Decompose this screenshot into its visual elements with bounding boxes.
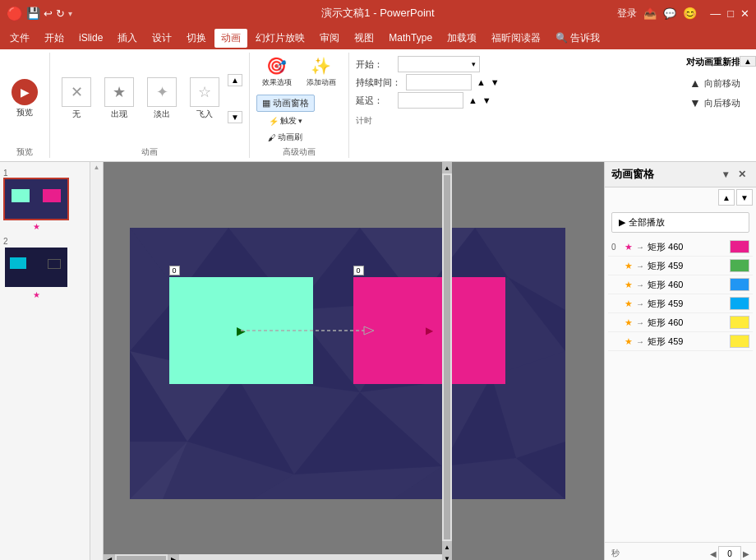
anim-fly-icon: ☆: [190, 77, 219, 107]
start-dropdown-arrow: ▾: [472, 60, 476, 68]
anim-item-1[interactable]: ★ → 矩形 459: [608, 257, 753, 275]
anim-arrow-4: →: [636, 318, 644, 327]
menu-islide[interactable]: iSlide: [72, 30, 109, 46]
duration-input[interactable]: [406, 74, 472, 90]
menu-review[interactable]: 审阅: [313, 29, 346, 48]
ruler-arrow-up[interactable]: ▲: [94, 164, 100, 171]
move-earlier-button[interactable]: ▲ 向前移动: [686, 75, 749, 91]
menu-transition[interactable]: 切换: [180, 29, 213, 48]
menu-foxit[interactable]: 福昕阅读器: [485, 29, 547, 48]
anim-scroll-down[interactable]: ▼: [228, 111, 242, 123]
anim-pane-settings[interactable]: ▾: [718, 167, 733, 182]
ribbon-collapse-button[interactable]: ▲: [740, 56, 756, 67]
anim-item-0[interactable]: 0 ★ → 矩形 460: [608, 238, 753, 257]
anim-item-2[interactable]: ★ → 矩形 460: [608, 275, 753, 294]
close-button[interactable]: ✕: [740, 7, 749, 20]
main-area: 1 ★ 2: [0, 162, 756, 560]
login-button[interactable]: 登录: [617, 7, 637, 21]
menu-file[interactable]: 文件: [3, 29, 36, 48]
timing-value-section: ◀ ▶: [710, 546, 749, 560]
menu-view[interactable]: 视图: [348, 29, 380, 48]
shape-pink[interactable]: 0 ▶: [353, 277, 505, 384]
svg-marker-9: [237, 376, 360, 474]
add-animation-icon: ✨: [311, 56, 331, 76]
vscroll-up[interactable]: ▲: [442, 162, 452, 174]
minimize-button[interactable]: —: [710, 7, 721, 20]
anim-item-5[interactable]: ★ → 矩形 459: [608, 332, 753, 351]
ribbon-group-timing: 开始： ▾ 持续时间： ▲ ▼ 延迟： ▲ ▼ 计时: [349, 53, 680, 158]
anim-item-3[interactable]: ★ → 矩形 459: [608, 294, 753, 313]
move-later-button[interactable]: ▼ 向后移动: [686, 95, 749, 111]
ribbon-group-animation: ✕ 无 ★ 出现 ✦ 淡出 ☆ 飞入 ▲ ▼: [50, 53, 250, 158]
undo-icon[interactable]: ↩: [44, 7, 53, 20]
timing-group-label: 计时: [356, 113, 673, 127]
canvas-vscroll[interactable]: ▲ ▲ ▼: [442, 162, 452, 560]
menu-insert[interactable]: 插入: [111, 29, 144, 48]
anim-pane-button[interactable]: ▦ 动画窗格: [256, 95, 315, 112]
anim-scroll-up[interactable]: ▲: [228, 74, 242, 86]
app-icon: 🔴: [7, 6, 23, 21]
anim-item-4[interactable]: ★ → 矩形 460: [608, 313, 753, 332]
s2-cyan: [10, 257, 26, 269]
anim-fly-button[interactable]: ☆ 飞入: [185, 74, 224, 123]
play-arrow-pink[interactable]: ▶: [426, 325, 433, 336]
vscroll-down-btm[interactable]: ▼: [442, 553, 452, 560]
redo-icon[interactable]: ↻: [56, 7, 65, 20]
timing-arrow-left[interactable]: ◀: [710, 549, 717, 558]
canvas-hscroll[interactable]: ◀ ▶: [104, 554, 442, 560]
anim-fade-button[interactable]: ✦ 淡出: [142, 74, 182, 123]
hscroll-right[interactable]: ▶: [168, 554, 179, 560]
anim-star-0: ★: [625, 242, 633, 252]
anim-color-5: [730, 335, 749, 348]
save-icon[interactable]: 💾: [26, 7, 40, 20]
anim-brush-button[interactable]: 🖌 动画刷: [256, 130, 315, 145]
canvas-area: ▲: [90, 162, 604, 560]
slide-thumb-2[interactable]: 2 ★: [3, 237, 86, 300]
menu-slideshow[interactable]: 幻灯片放映: [249, 29, 311, 48]
title-bar: 🔴 💾 ↩ ↻ ▾ 演示文稿1 - PowerPoint 登录 📤 💬 😊 — …: [0, 0, 756, 26]
add-animation-button[interactable]: ✨ 添加动画: [301, 53, 342, 91]
menu-mathtype[interactable]: MathType: [382, 30, 439, 46]
comment-icon[interactable]: 💬: [663, 7, 676, 20]
menu-home[interactable]: 开始: [38, 29, 71, 48]
vscroll-down-top[interactable]: ▲: [442, 541, 452, 553]
vscroll-thumb[interactable]: [444, 175, 450, 539]
preview-button[interactable]: ▶ 预览: [7, 76, 43, 122]
effect-options-button[interactable]: 🎯 效果选项: [256, 53, 297, 91]
anim-name-5: 矩形 459: [648, 336, 726, 348]
anim-color-4: [730, 316, 749, 329]
restore-button[interactable]: □: [727, 7, 734, 20]
move-earlier-icon: ▲: [689, 76, 701, 90]
delay-label: 延迟：: [356, 95, 393, 107]
duration-spin-down[interactable]: ▼: [491, 77, 500, 87]
delay-input[interactable]: [398, 92, 463, 109]
delay-spin-down[interactable]: ▼: [482, 95, 491, 105]
anim-appear-button[interactable]: ★ 出现: [99, 74, 139, 123]
play-all-button[interactable]: ▶ 全部播放: [611, 212, 749, 233]
menu-design[interactable]: 设计: [145, 29, 178, 48]
preview-icon: ▶: [12, 79, 38, 105]
hscroll-left[interactable]: ◀: [104, 554, 115, 560]
share-icon[interactable]: 📤: [643, 7, 657, 20]
anim-list-scroll-down[interactable]: ▼: [736, 189, 753, 206]
hscroll-thumb[interactable]: [117, 556, 166, 560]
anim-none-button[interactable]: ✕ 无: [57, 74, 96, 123]
menu-addins[interactable]: 加载项: [440, 29, 483, 48]
slide-img-2[interactable]: [3, 246, 69, 289]
s1-pink: [43, 189, 61, 202]
timing-arrow-right[interactable]: ▶: [743, 549, 749, 558]
menu-tellme[interactable]: 🔍 告诉我: [549, 29, 606, 48]
slide-img-1[interactable]: [3, 178, 69, 220]
anim-pane-close[interactable]: ✕: [735, 167, 749, 182]
timing-value-input[interactable]: [718, 546, 741, 560]
slide-thumb-1[interactable]: 1 ★: [3, 169, 86, 232]
duration-spin-up[interactable]: ▲: [477, 77, 486, 87]
delay-spin-up[interactable]: ▲: [468, 95, 477, 105]
anim-pane-actions: ▾ ✕: [718, 167, 749, 182]
menu-animation[interactable]: 动画: [214, 29, 247, 48]
slide-num-1: 1: [3, 169, 13, 178]
emoji-icon[interactable]: 😊: [683, 7, 697, 20]
anim-list-scroll-up[interactable]: ▲: [718, 189, 735, 206]
start-dropdown[interactable]: ▾: [398, 56, 480, 72]
trigger-button[interactable]: ⚡ 触发 ▾: [256, 113, 315, 128]
